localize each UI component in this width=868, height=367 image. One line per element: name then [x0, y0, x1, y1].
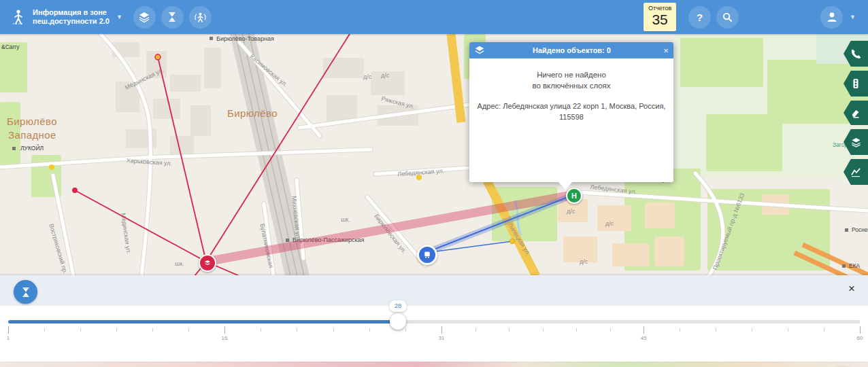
search-result-popup: Найдено объектов: 0 × Ничего не найдено …	[469, 42, 673, 182]
slider-tick-minor	[824, 328, 824, 332]
user-icon	[826, 11, 838, 23]
layers-icon	[138, 11, 150, 23]
slider-tick-minor	[716, 328, 716, 332]
slider-tick-minor	[475, 328, 476, 332]
map-tools-toolbar	[844, 41, 868, 189]
search-icon	[722, 12, 733, 23]
slider-value-tooltip: 28	[389, 300, 407, 312]
popup-message-line1: Ничего не найдено	[469, 69, 673, 80]
slider-tick-minor	[116, 328, 117, 332]
hourglass-icon	[20, 287, 31, 298]
slider-tick-major	[644, 326, 644, 334]
popup-pointer	[558, 181, 573, 190]
slider-tick-minor	[261, 328, 261, 332]
user-dropdown-caret[interactable]: ▼	[850, 14, 856, 20]
eraser-tool-button[interactable]	[844, 101, 868, 125]
top-bar: Информация в зоне пеш.доступности 2.0 ▼	[0, 0, 868, 34]
outbreak-hub-marker[interactable]	[199, 254, 216, 272]
slider-card: 28 116314560 Число заболевших 33	[0, 306, 868, 362]
reports-badge-label: Отчетов	[644, 3, 676, 12]
time-slider-toggle-button[interactable]	[14, 280, 37, 304]
slider-ticks: 116314560	[0, 325, 868, 343]
slider-tick-major	[224, 326, 225, 334]
slider-tick-minor	[369, 328, 370, 332]
slider-tick-minor	[509, 328, 510, 332]
time-slider-button[interactable]	[161, 6, 184, 29]
layers-tool-button[interactable]	[844, 129, 868, 155]
slider-tick-minor	[788, 328, 788, 332]
popup-message-line2: во включённых слоях	[469, 80, 673, 91]
slider-tick-minor	[576, 328, 577, 332]
time-slider-fill	[8, 320, 398, 324]
avatar[interactable]	[820, 6, 843, 29]
help-button[interactable]: ?	[688, 6, 711, 29]
pedestrian-icon	[10, 8, 27, 26]
walk-radius-button[interactable]	[189, 6, 212, 29]
routes-layer	[0, 34, 868, 276]
slider-tick-minor	[297, 328, 297, 332]
reports-badge[interactable]: Отчетов 35	[644, 3, 676, 31]
slider-tick-label: 1	[7, 335, 10, 341]
slider-tick-label: 31	[439, 335, 445, 341]
slider-tick-major	[8, 326, 9, 334]
phone-tool-button[interactable]	[844, 41, 868, 67]
slider-tick-label: 45	[641, 335, 647, 341]
slider-tick-minor	[543, 328, 544, 332]
slider-tick-major	[860, 326, 861, 334]
hospital-marker[interactable]: Н	[566, 188, 582, 204]
popup-title: Найдено объектов: 0	[485, 46, 658, 54]
slider-tick-minor	[752, 328, 752, 332]
layers-stack-icon	[850, 137, 862, 148]
slider-tick-minor	[405, 328, 406, 332]
walk-radius-icon	[194, 11, 207, 24]
slider-tick-minor	[333, 328, 334, 332]
title-dropdown-caret[interactable]: ▼	[116, 14, 122, 20]
layers-icon	[474, 45, 485, 56]
search-button[interactable]	[716, 6, 739, 29]
chart-tool-button[interactable]	[844, 159, 868, 185]
slider-tick-minor	[188, 328, 189, 332]
app-title[interactable]: Информация в зоне пеш.доступности 2.0	[33, 8, 110, 26]
slider-tick-minor	[152, 328, 153, 332]
popup-header: Найдено объектов: 0 ×	[469, 42, 673, 58]
slider-tick-minor	[610, 328, 611, 332]
traffic-light-icon	[850, 78, 861, 89]
phone-icon	[850, 48, 861, 59]
user-menu[interactable]: ▼	[820, 6, 856, 29]
slider-tick-minor	[44, 328, 45, 332]
transport-marker[interactable]	[417, 245, 437, 265]
time-slider-track[interactable]: 28	[8, 320, 860, 324]
traffic-tool-button[interactable]	[844, 71, 868, 97]
slider-tick-label: 16	[222, 335, 228, 341]
line-chart-icon	[850, 167, 862, 178]
eraser-icon	[850, 107, 861, 118]
slider-tick-minor	[680, 328, 680, 332]
time-slider-panel: × 28 116314560 Число заболевших 33	[0, 275, 868, 362]
reports-badge-value: 35	[644, 12, 676, 27]
slider-tick-label: 60	[857, 335, 863, 341]
layers-button[interactable]	[133, 6, 156, 29]
map-canvas[interactable]: &Carry Бирюлёво Западное ЛУКОЙЛ Медынска…	[0, 34, 868, 276]
slider-tick-major	[441, 326, 442, 334]
panel-close-icon[interactable]: ×	[845, 282, 858, 296]
help-icon: ?	[697, 12, 703, 23]
hourglass-icon	[167, 12, 178, 22]
popup-address: Адрес: Лебедянская улица 22 корп 1, Моск…	[469, 101, 673, 122]
popup-close-icon[interactable]: ×	[658, 46, 673, 56]
slider-tick-minor	[80, 328, 81, 332]
